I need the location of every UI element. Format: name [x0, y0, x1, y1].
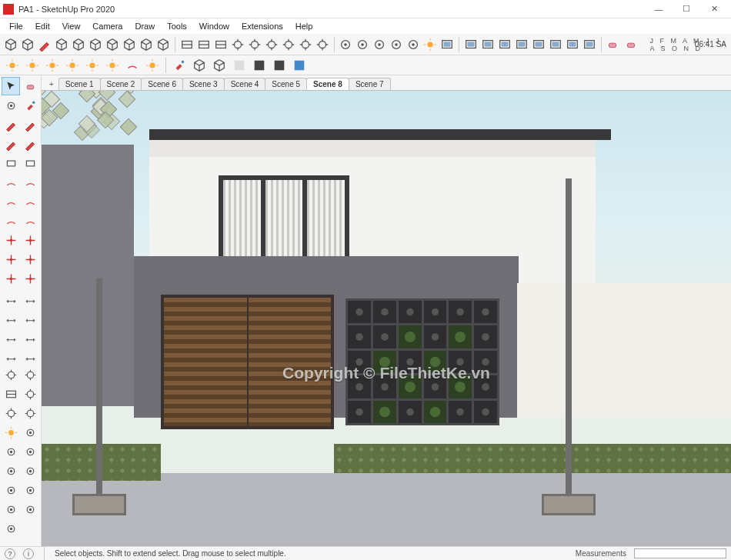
text-tool[interactable] — [21, 288, 39, 307]
sheet-button[interactable] — [230, 56, 249, 75]
poly-tool[interactable] — [2, 212, 20, 230]
offset-tool[interactable] — [21, 231, 39, 249]
vray-button[interactable] — [338, 35, 353, 54]
look-tool[interactable] — [21, 365, 39, 384]
section-button[interactable] — [179, 35, 195, 54]
walk-tool[interactable] — [2, 365, 20, 384]
section-tool[interactable] — [2, 385, 20, 403]
axes2-tool[interactable] — [21, 346, 39, 365]
outliner-button[interactable] — [37, 35, 52, 54]
dim2-tool[interactable] — [21, 308, 39, 326]
img-button[interactable] — [463, 35, 479, 54]
rect-rot-tool[interactable] — [21, 154, 39, 172]
guide-button[interactable] — [83, 56, 102, 75]
menu-extensions[interactable]: Extensions — [235, 20, 289, 32]
screen-button[interactable] — [531, 35, 546, 54]
walk-button[interactable] — [230, 35, 245, 54]
freehand-tool[interactable] — [21, 115, 39, 134]
left-button[interactable] — [105, 35, 120, 54]
protractor-tool[interactable] — [2, 327, 20, 345]
zoom-tool[interactable] — [21, 404, 39, 422]
dim-tool[interactable] — [2, 308, 20, 326]
pan2-tool[interactable] — [21, 385, 39, 403]
img3-button[interactable] — [497, 35, 512, 54]
light-button[interactable] — [103, 56, 122, 75]
lightmix-button[interactable] — [422, 35, 438, 54]
follow-tool[interactable] — [2, 269, 20, 288]
marker-tool[interactable] — [2, 442, 20, 461]
zoom-extents-button[interactable] — [315, 35, 330, 54]
select-tool[interactable] — [2, 77, 20, 95]
camera-tool[interactable] — [2, 96, 20, 115]
plane-button[interactable] — [43, 56, 62, 75]
scene-tab[interactable]: Scene 1 — [58, 78, 101, 90]
lock-button[interactable] — [582, 35, 597, 54]
blue-button[interactable] — [290, 56, 309, 75]
zoom-window-button[interactable] — [298, 35, 313, 54]
sun2-tool[interactable] — [2, 423, 20, 442]
scene-tab[interactable]: Scene 2 — [100, 78, 142, 90]
dark2-button[interactable] — [270, 56, 289, 75]
line2-tool[interactable] — [21, 135, 39, 153]
menu-edit[interactable]: Edit — [29, 20, 56, 32]
frame-button[interactable] — [439, 35, 455, 54]
dark-button[interactable] — [250, 56, 269, 75]
scene-tab[interactable]: Scene 8 — [306, 78, 349, 90]
ext-tool[interactable] — [21, 481, 39, 499]
scene-tab[interactable]: Scene 6 — [141, 78, 183, 90]
move-tool[interactable] — [2, 250, 20, 268]
marker4-tool[interactable] — [21, 462, 39, 480]
iso-button[interactable] — [54, 35, 69, 54]
box2-button[interactable] — [190, 56, 209, 75]
bottom-button[interactable] — [155, 35, 171, 54]
paint-tool[interactable] — [21, 96, 39, 115]
circle-button[interactable] — [123, 56, 142, 75]
scene-add-button[interactable]: + — [45, 78, 58, 90]
img4-button[interactable] — [514, 35, 529, 54]
pan-button[interactable] — [264, 35, 279, 54]
img2-button[interactable] — [480, 35, 496, 54]
menu-view[interactable]: View — [56, 20, 87, 32]
scene-tab[interactable]: Scene 5 — [265, 78, 307, 90]
arc3-tool[interactable] — [21, 192, 39, 211]
fog-tool[interactable] — [2, 500, 20, 518]
arc-tool[interactable] — [2, 173, 20, 192]
info-icon[interactable]: i — [23, 548, 34, 559]
cloud-button[interactable] — [406, 35, 421, 54]
scene-tab[interactable]: Scene 4 — [224, 78, 266, 90]
pencil-tool[interactable] — [2, 115, 20, 134]
axis-button[interactable] — [63, 56, 82, 75]
vray-render-button[interactable] — [355, 35, 370, 54]
minimize-button[interactable]: — — [645, 2, 673, 17]
marker3-tool[interactable] — [2, 462, 20, 480]
menu-tools[interactable]: Tools — [161, 20, 193, 32]
section-fill-button[interactable] — [196, 35, 212, 54]
scene-tab[interactable]: Scene 3 — [182, 78, 225, 90]
eraser-tool[interactable] — [21, 77, 39, 95]
materials-button[interactable] — [170, 56, 189, 75]
viewport-3d[interactable]: Copyright © FileThietKe.vn — [42, 91, 731, 546]
measurements-input[interactable] — [634, 548, 726, 558]
box3-button[interactable] — [210, 56, 229, 75]
scene-tab[interactable]: Scene 7 — [349, 78, 391, 90]
screen3-button[interactable] — [565, 35, 580, 54]
marker2-tool[interactable] — [21, 442, 39, 461]
menu-help[interactable]: Help — [289, 20, 319, 32]
components-button[interactable] — [3, 35, 18, 54]
teapot-button[interactable] — [372, 35, 387, 54]
orbit-button[interactable] — [247, 35, 262, 54]
tape-tool[interactable] — [2, 288, 20, 307]
orbit-tool[interactable] — [2, 404, 20, 422]
menu-draw[interactable]: Draw — [129, 20, 161, 32]
circle-tool[interactable] — [21, 212, 39, 230]
front-button[interactable] — [71, 35, 86, 54]
line-tool[interactable] — [2, 135, 20, 153]
menu-file[interactable]: File — [3, 20, 29, 32]
pie-tool[interactable] — [2, 192, 20, 211]
style-tool[interactable] — [2, 519, 20, 538]
eye-tool[interactable] — [21, 423, 39, 442]
scale-tool[interactable] — [21, 269, 39, 288]
section-cut-button[interactable] — [213, 35, 229, 54]
teapot2-button[interactable] — [389, 35, 404, 54]
label-tool[interactable] — [21, 327, 39, 345]
